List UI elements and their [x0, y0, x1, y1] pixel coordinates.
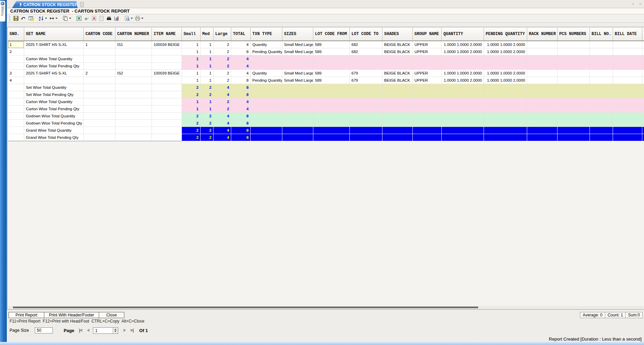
grid-cell[interactable] [642, 113, 644, 120]
grid-cell[interactable]: 1 [182, 41, 201, 48]
grid-cell[interactable]: 682 [350, 41, 382, 48]
grid-cell[interactable] [557, 77, 590, 84]
grid-cell[interactable] [557, 84, 590, 91]
grid-cell[interactable] [413, 113, 442, 120]
column-header-group_name[interactable]: GROUP NAME [413, 28, 442, 41]
grid-cell[interactable] [484, 113, 527, 120]
grid-cell[interactable] [251, 113, 282, 120]
grid-cell[interactable] [282, 113, 313, 120]
column-header-med[interactable]: Med [201, 28, 214, 41]
grid-cell[interactable] [8, 63, 24, 70]
grid-cell[interactable]: 1 [182, 48, 201, 55]
grid-cell[interactable]: Small Med Large [282, 48, 313, 55]
grid-cell[interactable] [613, 41, 642, 48]
toolbar-drag-handle[interactable] [9, 16, 10, 21]
grid-cell[interactable]: 2 [182, 113, 201, 120]
grid-cell[interactable] [642, 98, 644, 105]
grid-cell[interactable] [590, 98, 613, 105]
grid-cell[interactable]: Carton Wise Total Quantity [24, 55, 84, 63]
grid-cell[interactable] [527, 98, 557, 105]
window-close-button[interactable]: ✕ [639, 1, 642, 7]
grid-cell[interactable]: 1 [201, 63, 214, 70]
grid-cell[interactable] [413, 134, 442, 141]
column-header-set_name[interactable]: SET NAME [24, 28, 84, 41]
grid-cell[interactable] [251, 55, 282, 63]
column-header-lot_to[interactable]: LOT CODE TO [350, 28, 382, 41]
column-header-carton_number[interactable]: CARTON NUMBER [115, 28, 152, 41]
column-header-lot_from[interactable]: LOT CODE FROM [313, 28, 350, 41]
grid-cell[interactable] [313, 84, 350, 91]
column-header-pending_quantity[interactable]: PENDING QUANTITY [484, 28, 527, 41]
grid-cell[interactable]: 8 [231, 84, 251, 91]
grid-cell[interactable] [442, 84, 484, 91]
grid-cell[interactable]: 4 [214, 91, 231, 98]
grid-cell[interactable]: 4 [214, 113, 231, 120]
grid-cell[interactable]: 1 [182, 70, 201, 77]
grid-cell[interactable] [8, 113, 24, 120]
grid-cell[interactable] [8, 55, 24, 63]
grid-cell[interactable] [642, 77, 644, 84]
grid-cell[interactable] [350, 63, 382, 70]
grid-cell[interactable]: 2 [214, 98, 231, 105]
grid-cell[interactable] [527, 120, 557, 127]
grid-cell[interactable] [152, 48, 182, 55]
grid-cell[interactable] [413, 55, 442, 63]
window-menu-button[interactable]: ▾ [632, 1, 634, 7]
chart-button[interactable] [113, 15, 120, 22]
grid-cell[interactable] [557, 91, 590, 98]
grid-cell[interactable] [382, 98, 413, 105]
grid-cell[interactable] [642, 120, 644, 127]
grid-cell[interactable] [442, 98, 484, 105]
grid-cell[interactable] [413, 84, 442, 91]
column-header-small[interactable]: Small [182, 28, 201, 41]
grid-cell[interactable] [590, 113, 613, 120]
grid-cell[interactable] [557, 127, 590, 134]
grid-cell[interactable]: 1 [182, 77, 201, 84]
grid-cell[interactable] [442, 55, 484, 63]
grid-cell[interactable]: Quantity [251, 70, 282, 77]
grid-cell[interactable]: 2025 T-SHIRT HS S-XL [24, 70, 84, 77]
grid-cell[interactable] [527, 91, 557, 98]
grid-cell[interactable] [613, 113, 642, 120]
grid-cell[interactable] [557, 55, 590, 63]
grid-cell[interactable] [115, 55, 152, 63]
grid-cell[interactable]: BEIGE BLACK [382, 48, 413, 55]
grid-cell[interactable]: 2 [8, 48, 24, 55]
grid-cell[interactable] [527, 48, 557, 55]
grid-cell[interactable]: 2 [182, 84, 201, 91]
grid-cell[interactable]: 679 [350, 70, 382, 77]
grid-cell[interactable] [557, 98, 590, 105]
grid-cell[interactable]: 2 [201, 120, 214, 127]
grid-cell[interactable]: 1.0000 1.0000 2.0000 [442, 48, 484, 55]
grid-cell[interactable] [382, 127, 413, 134]
grid-cell[interactable]: 2 [214, 63, 231, 70]
grid-cell[interactable] [590, 84, 613, 91]
grid-cell[interactable] [84, 105, 115, 113]
grid-cell[interactable] [350, 113, 382, 120]
grid-cell[interactable] [282, 134, 313, 141]
grid-cell[interactable] [115, 113, 152, 120]
grid-cell[interactable] [527, 105, 557, 113]
document-tab[interactable]: L CATRON STOCK REGISTER -... [12, 1, 78, 8]
grid-cell[interactable]: 1.0000 1.0000 2.0000 [484, 48, 527, 55]
grid-cell[interactable] [557, 48, 590, 55]
column-header-item_name[interactable]: ITEM NAME [152, 28, 182, 41]
grid-cell[interactable] [413, 63, 442, 70]
grid-cell[interactable] [613, 105, 642, 113]
grid-cell[interactable] [282, 127, 313, 134]
grid-cell[interactable] [251, 120, 282, 127]
grid-cell[interactable] [84, 91, 115, 98]
grid-cell[interactable]: 679 [350, 77, 382, 84]
print-report-button[interactable]: Print Report [9, 312, 44, 318]
grid-cell[interactable] [84, 127, 115, 134]
grid-cell[interactable] [557, 63, 590, 70]
horizontal-scrollbar[interactable] [8, 306, 644, 309]
grid-cell[interactable] [350, 91, 382, 98]
grid-cell[interactable] [84, 113, 115, 120]
grid-cell[interactable]: 8 [231, 120, 251, 127]
grid-cell[interactable] [484, 91, 527, 98]
column-header-carton_code[interactable]: CARTON CODE [84, 28, 115, 41]
grid-cell[interactable] [413, 105, 442, 113]
grid-cell[interactable] [590, 134, 613, 141]
grid-cell[interactable]: 1 [84, 41, 115, 48]
